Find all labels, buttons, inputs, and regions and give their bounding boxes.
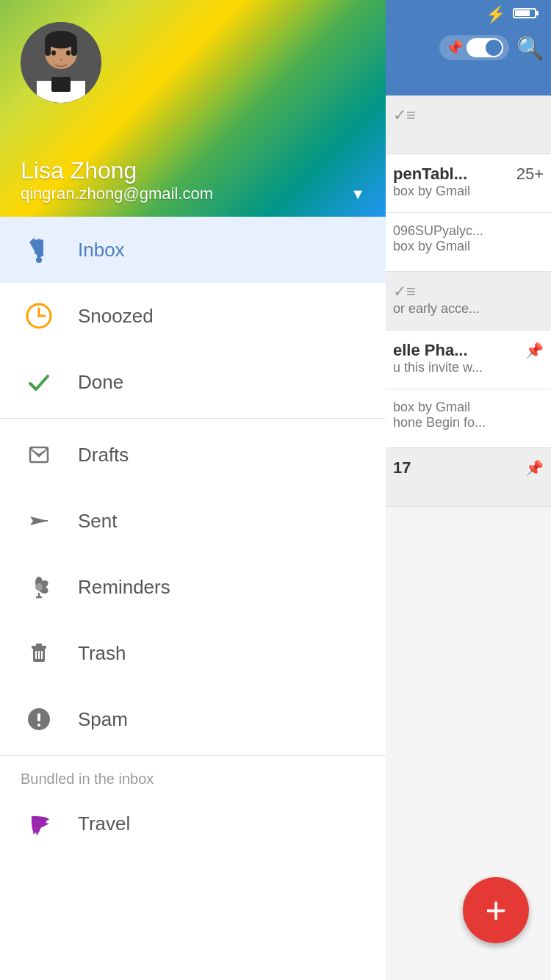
done-icon [21, 364, 57, 400]
email-preview-early: or early acce... [393, 301, 480, 317]
svg-point-24 [35, 583, 43, 591]
email-item-opentable[interactable]: penTabl... 25+ box by Gmail [386, 154, 551, 213]
status-bar: ⚡ [386, 0, 551, 29]
svg-rect-7 [51, 77, 71, 92]
drafts-icon [21, 436, 57, 473]
sent-label: Sent [78, 510, 118, 533]
nav-divider-2 [0, 755, 386, 756]
pin-icon-17: 📌 [525, 459, 544, 477]
drawer-nav: Inbox Snoozed Done [0, 217, 386, 980]
sidebar-item-spam[interactable]: Spam [0, 686, 386, 752]
compose-fab[interactable]: + [463, 877, 529, 943]
spam-label: Spam [78, 708, 128, 731]
email-sender-17: 17 [393, 458, 411, 478]
user-info: Lisa Zhong qingran.zhong@gmail.com ▼ [21, 157, 365, 203]
user-avatar[interactable] [21, 22, 101, 103]
sidebar-item-inbox[interactable]: Inbox [0, 217, 386, 283]
inbox-label: Inbox [78, 239, 125, 262]
email-item-checkmark-1[interactable]: ✓≡ [386, 96, 551, 154]
drafts-label: Drafts [78, 444, 129, 466]
email-preview-elle: u this invite w... [393, 360, 483, 375]
svg-rect-4 [71, 40, 77, 56]
email-panel: 📌 🔍 ✓≡ penTabl... 25+ box by Gmail 096SU… [386, 0, 551, 980]
pin-toggle[interactable]: 📌 [439, 35, 509, 60]
nav-divider-1 [0, 418, 386, 419]
email-preview-phone: hone Begin fo... [393, 415, 486, 430]
svg-point-34 [37, 724, 40, 727]
svg-point-8 [51, 51, 56, 56]
inbox-icon [21, 231, 57, 268]
done-label: Done [78, 371, 123, 394]
sidebar-item-reminders[interactable]: Reminders [0, 554, 386, 620]
email-item-elle[interactable]: elle Pha... 📌 u this invite w... [386, 331, 551, 389]
pin-icon-elle: 📌 [525, 342, 544, 359]
travel-icon [21, 805, 57, 842]
spam-icon [21, 701, 57, 738]
trash-icon [21, 635, 57, 671]
sidebar-item-drafts[interactable]: Drafts [0, 422, 386, 488]
email-sender-elle: elle Pha... [393, 341, 468, 360]
svg-point-9 [66, 51, 71, 56]
email-item-checkmark-2[interactable]: ✓≡ or early acce... [386, 272, 551, 331]
svg-point-5 [48, 31, 74, 43]
svg-point-13 [36, 257, 42, 263]
sidebar-item-sent[interactable]: Sent [0, 488, 386, 554]
email-preview-096: 096SUPyalyc... [393, 223, 483, 239]
user-name: Lisa Zhong [21, 157, 365, 184]
sidebar-item-trash[interactable]: Trash [0, 620, 386, 686]
reminders-label: Reminders [78, 576, 170, 599]
sidebar-item-done[interactable]: Done [0, 349, 386, 415]
svg-rect-38 [515, 10, 530, 16]
search-button[interactable]: 🔍 [516, 35, 544, 61]
email-preview-gmail: box by Gmail [393, 400, 470, 415]
travel-label: Travel [78, 813, 130, 835]
bundled-section-label: Bundled in the inbox [0, 759, 386, 790]
sidebar-item-snoozed[interactable]: Snoozed [0, 283, 386, 349]
email-item-096[interactable]: 096SUPyalyc... box by Gmail [386, 213, 551, 272]
svg-rect-35 [37, 713, 40, 721]
drawer-header: Lisa Zhong qingran.zhong@gmail.com ▼ [0, 0, 386, 217]
trash-label: Trash [78, 642, 126, 665]
email-sender-opentable: penTabl... [393, 165, 467, 184]
email-count-opentable: 25+ [516, 165, 544, 184]
svg-point-14 [37, 253, 41, 258]
snoozed-label: Snoozed [78, 305, 154, 328]
reminders-icon [21, 569, 57, 605]
compose-plus-icon: + [485, 889, 506, 932]
battery-icon [513, 7, 539, 24]
email-preview-opentable: box by Gmail [393, 184, 470, 199]
sidebar-item-travel[interactable]: Travel [0, 790, 386, 857]
checkmark-icon-2: ✓≡ [393, 282, 416, 301]
bluetooth-icon: ⚡ [486, 5, 505, 24]
account-dropdown-button[interactable]: ▼ [350, 186, 365, 203]
user-email: qingran.zhong@gmail.com [21, 184, 213, 203]
email-preview-096b: box by Gmail [393, 239, 470, 254]
email-item-17[interactable]: 17 📌 [386, 448, 551, 507]
svg-rect-29 [36, 644, 42, 646]
navigation-drawer: Lisa Zhong qingran.zhong@gmail.com ▼ [0, 0, 386, 980]
svg-rect-37 [536, 11, 539, 15]
svg-point-10 [60, 59, 62, 61]
snoozed-icon [21, 298, 57, 334]
sent-icon [21, 502, 57, 539]
email-item-gmail[interactable]: box by Gmail hone Begin fo... [386, 389, 551, 448]
svg-rect-3 [45, 40, 51, 56]
checkmark-icon-1: ✓≡ [393, 106, 416, 125]
